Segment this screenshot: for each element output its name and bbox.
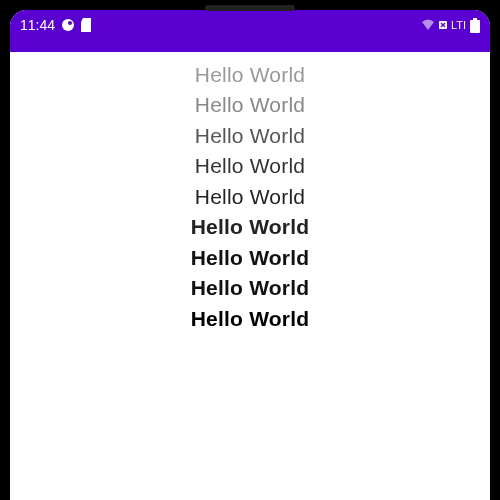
app-bar — [10, 40, 490, 52]
svg-point-0 — [62, 19, 74, 31]
screen: 11:44 LTI — [10, 10, 490, 500]
sd-card-icon — [81, 18, 93, 32]
app-circle-icon — [61, 18, 75, 32]
svg-point-1 — [68, 21, 72, 25]
text-line: Hello World — [191, 212, 309, 242]
text-line: Hello World — [195, 90, 305, 120]
status-right: LTI — [421, 18, 480, 33]
text-line: Hello World — [191, 273, 309, 303]
text-line: Hello World — [195, 151, 305, 181]
no-signal-icon — [439, 21, 447, 29]
svg-rect-4 — [470, 20, 480, 33]
status-left: 11:44 — [20, 17, 93, 33]
text-line: Hello World — [195, 60, 305, 90]
text-line: Hello World — [195, 182, 305, 212]
content-area: Hello World Hello World Hello World Hell… — [10, 52, 490, 500]
text-line: Hello World — [191, 304, 309, 334]
status-bar: 11:44 LTI — [10, 10, 490, 40]
text-line: Hello World — [191, 243, 309, 273]
battery-icon — [470, 18, 480, 33]
device-frame: 11:44 LTI — [0, 0, 500, 500]
text-line: Hello World — [195, 121, 305, 151]
wifi-icon — [421, 19, 435, 31]
clock-text: 11:44 — [20, 17, 55, 33]
network-label: LTI — [451, 19, 466, 31]
svg-rect-3 — [473, 18, 477, 20]
